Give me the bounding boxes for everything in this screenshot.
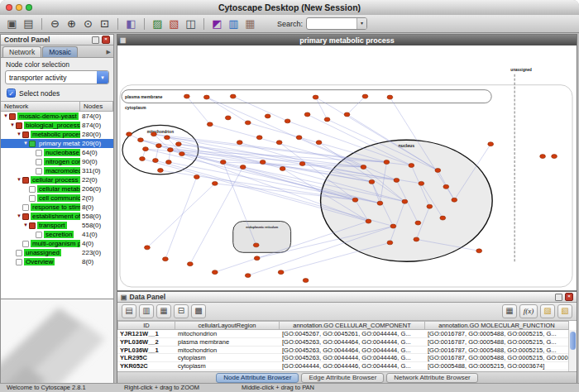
search-input[interactable] (307, 19, 356, 28)
vizmapper-icon[interactable]: ◩ (210, 17, 224, 31)
graph-node[interactable] (140, 157, 146, 161)
table-row[interactable]: YPL036W__2plasma membrane[GO:0045263, GO… (117, 338, 569, 347)
graph-node[interactable] (552, 155, 557, 159)
graph-node[interactable] (299, 162, 305, 166)
column-header-0[interactable]: ID (117, 321, 175, 330)
expander-icon[interactable]: ▼ (2, 112, 9, 121)
graph-node[interactable] (414, 237, 419, 241)
attribute-copy-icon[interactable]: ▥ (139, 304, 154, 318)
scrollbar-thumb[interactable] (570, 332, 576, 350)
tree-item-response-to-stimulus[interactable]: response to stimulus8(0) (1, 203, 113, 212)
graph-node[interactable] (212, 181, 218, 185)
open-session-icon[interactable]: ▣ (5, 17, 19, 31)
tree-column-network[interactable]: Network (1, 102, 80, 112)
graph-node[interactable] (237, 141, 242, 145)
graph-node[interactable] (427, 204, 433, 208)
search-dropdown-icon[interactable]: ▾ (356, 18, 366, 29)
expander-icon[interactable]: ▼ (22, 139, 29, 148)
expander-icon[interactable]: ▼ (9, 121, 16, 130)
tree-item-nitrogen-compound-metabolic-[interactable]: nitrogen compound metabolic process90(0) (1, 157, 113, 166)
expander-icon[interactable]: ▼ (16, 212, 22, 221)
node-color-dropdown[interactable]: transporter activity ▼ (5, 70, 109, 84)
graph-node[interactable] (184, 94, 189, 98)
filter-icon[interactable]: ▥ (227, 17, 241, 31)
graph-node[interactable] (245, 274, 251, 278)
graph-node[interactable] (225, 116, 231, 120)
table-row[interactable]: YLR295Ccytoplasm[GO:0045263, GO:0044444,… (117, 354, 569, 362)
graph-node[interactable] (362, 94, 368, 98)
tree-item-macromolecule-metabolic-proc[interactable]: macromolecule metabolic process311(0) (1, 166, 113, 175)
graph-node[interactable] (387, 241, 393, 245)
graph-node[interactable] (153, 159, 159, 163)
graph-node[interactable] (443, 184, 449, 189)
table-row[interactable]: YDR039C__1mitochondrion[GO:0044444, GO:0… (117, 370, 569, 371)
folder-open-icon[interactable]: ▨ (540, 304, 555, 318)
attribute-new-icon[interactable]: ▦ (156, 304, 171, 318)
tree-item-cellular-metabolic-process[interactable]: cellular metabolic process206(0) (1, 184, 113, 194)
graph-node[interactable] (384, 160, 390, 165)
graph-node[interactable] (156, 144, 162, 148)
table-row[interactable]: YPL036W__1mitochondrion[GO:0045263, GO:0… (117, 347, 569, 355)
tree-item-biological-process[interactable]: ▼biological_process874(0) (1, 121, 113, 130)
table-row[interactable]: YJR121W__1mitochondrion[GO:0045267, GO:0… (117, 330, 569, 338)
graph-node[interactable] (145, 246, 151, 250)
zoom-selected-icon[interactable]: ⊙ (81, 17, 95, 31)
graph-node[interactable] (352, 198, 358, 202)
tree-item-overview[interactable]: Overview8(0) (1, 257, 113, 266)
tree-item-transport[interactable]: ▼transport558(0) (1, 221, 113, 230)
graph-node[interactable] (151, 132, 157, 136)
birds-eye-view[interactable] (1, 299, 113, 392)
graph-node[interactable] (452, 198, 457, 202)
graph-node[interactable] (402, 199, 408, 203)
graph-node[interactable] (303, 279, 309, 283)
graph-node[interactable] (377, 201, 383, 205)
attribute-delete-icon[interactable]: ⊟ (174, 304, 189, 318)
graph-node[interactable] (143, 147, 149, 151)
tree-item-secretion[interactable]: secretion41(0) (1, 230, 113, 239)
graph-node[interactable] (278, 270, 284, 275)
graph-node[interactable] (164, 136, 170, 140)
graph-node[interactable] (296, 136, 302, 140)
tree-item-unassigned[interactable]: unassigned223(0) (1, 248, 113, 257)
graph-node[interactable] (207, 122, 213, 127)
network-graph[interactable]: plasma membranecytoplasmmitochondrionnuc… (117, 45, 577, 290)
tab-scroll-icon[interactable]: ▶ (107, 49, 113, 57)
control-tab-network[interactable]: Network (2, 46, 41, 57)
table-scrollbar[interactable] (568, 330, 577, 371)
trash-icon[interactable]: ▩ (191, 304, 206, 318)
graph-node[interactable] (165, 160, 171, 165)
close-panel-icon[interactable]: × (565, 293, 573, 301)
graph-node[interactable] (440, 216, 446, 220)
tree-item-nucleobase-nucleoside-nucleo[interactable]: nucleobase, nucleoside, nucleotide and n… (1, 148, 113, 157)
graph-edge[interactable] (165, 177, 197, 259)
attribute-matrix-icon[interactable]: ▦ (502, 304, 517, 318)
graph-node[interactable] (387, 95, 393, 99)
graph-node[interactable] (220, 160, 226, 165)
tree-item-cell-communication[interactable]: cell communication2(0) (1, 194, 113, 203)
graph-node[interactable] (230, 94, 236, 98)
graph-node[interactable] (415, 221, 421, 225)
tree-column-nodes[interactable]: Nodes (80, 102, 113, 112)
table-row[interactable]: YKR052Ccytoplasm[GO:0044444, GO:0044446,… (117, 362, 569, 370)
attribute-select-icon[interactable]: ▤ (122, 304, 136, 318)
save-session-icon[interactable]: ▤ (22, 17, 36, 31)
tab-edge-attribute-browser[interactable]: Edge Attribute Browser (301, 373, 384, 383)
column-header-1[interactable]: cellularLayoutRegion (175, 321, 280, 330)
tab-network-attribute-browser[interactable]: Network Attribute Browser (386, 373, 477, 383)
graph-node[interactable] (435, 168, 441, 172)
network-canvas[interactable]: plasma membranecytoplasmmitochondrionnuc… (117, 45, 577, 290)
zoom-in-icon[interactable]: ⊕ (65, 17, 79, 31)
graph-edge[interactable] (147, 184, 215, 247)
graph-node[interactable] (390, 224, 396, 228)
tree-item-establishment-of-localizatio[interactable]: ▼establishment of localization558(0) (1, 212, 113, 221)
graph-node[interactable] (256, 136, 262, 140)
graph-node[interactable] (394, 178, 400, 182)
graph-node[interactable] (253, 243, 259, 247)
graph-node[interactable] (138, 138, 144, 142)
graph-node[interactable] (285, 119, 290, 123)
formula-button[interactable]: f(x) (519, 304, 538, 318)
zoom-out-icon[interactable]: ⊖ (48, 17, 62, 31)
tree-item-cellular-process[interactable]: ▼cellular process22(0) (1, 175, 113, 184)
graph-node[interactable] (175, 142, 181, 146)
graph-node[interactable] (304, 112, 310, 117)
